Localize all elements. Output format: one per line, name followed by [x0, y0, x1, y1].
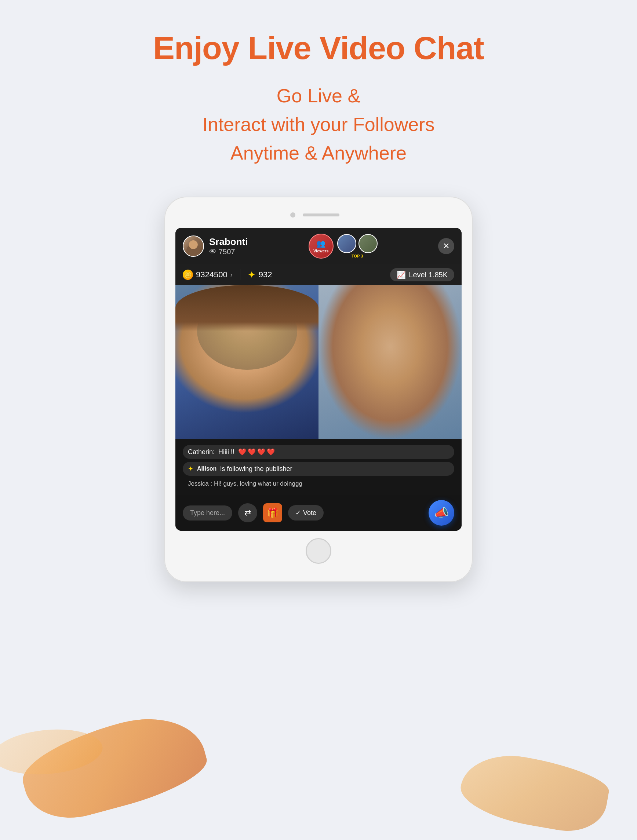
message1-text: Hiiii !!	[218, 448, 234, 456]
username-block: Srabonti 👁 7507	[209, 236, 248, 256]
share-button[interactable]: ⇄	[238, 503, 257, 522]
video-area	[175, 285, 462, 439]
megaphone-button[interactable]: 📣	[428, 500, 454, 526]
input-placeholder-text: Type here...	[190, 509, 225, 516]
top3-wrapper: TOP 3	[337, 234, 378, 258]
header-section: Enjoy Live Video Chat Go Live & Interact…	[0, 0, 637, 167]
gift-button[interactable]: 🎁	[263, 503, 282, 522]
video-right	[318, 285, 462, 439]
subtitle-line3: Anytime & Anywhere	[231, 142, 406, 164]
top3-label: TOP 3	[351, 254, 363, 258]
share-icon: ⇄	[244, 508, 251, 518]
tablet-screen: Srabonti 👁 7507 👥 Viewers	[175, 228, 462, 531]
follower-name: Allison	[197, 466, 217, 472]
megaphone-icon: 📣	[434, 506, 449, 520]
viewers-badge[interactable]: 👥 Viewers	[308, 234, 334, 259]
tablet-speaker	[303, 213, 340, 216]
header-center: 👥 Viewers TOP 3	[308, 234, 378, 259]
person-right-face	[318, 285, 462, 439]
message3-user: Jessica :	[188, 480, 212, 487]
person-left-face	[175, 285, 318, 439]
coins-value: 9324500	[196, 270, 228, 279]
screen-header: Srabonti 👁 7507 👥 Viewers	[175, 228, 462, 264]
tablet-camera	[290, 212, 296, 218]
message1-user: Catherin:	[188, 448, 215, 456]
chat-message-3: Jessica : Hi! guys, loving what ur doing…	[183, 479, 454, 489]
coin-icon: 🪙	[183, 270, 193, 280]
vote-label: Vote	[303, 509, 316, 517]
star-icon: ✦	[248, 269, 256, 281]
heart-2: ❤️	[248, 448, 256, 456]
level-badge[interactable]: 📈 Level 1.85K	[390, 268, 454, 281]
tablet-device: Srabonti 👁 7507 👥 Viewers	[161, 197, 476, 582]
viewers-badge-icon: 👥	[316, 239, 326, 248]
viewers-count: 👁 7507	[209, 248, 248, 256]
close-icon: ✕	[443, 242, 449, 251]
message3-text: Hi! guys, loving what ur doinggg	[214, 480, 302, 487]
avatar-image	[183, 236, 203, 256]
tablet-home-button[interactable]	[306, 538, 331, 564]
chat-hearts: ❤️ ❤️ ❤️ ❤️	[238, 448, 275, 456]
eye-icon: 👁	[209, 248, 217, 256]
subtitle: Go Live & Interact with your Followers A…	[0, 81, 637, 167]
bottom-bar: Type here... ⇄ 🎁 ✓ Vote 📣	[175, 495, 462, 531]
tablet-top-bar	[175, 208, 462, 222]
username-label: Srabonti	[209, 236, 248, 248]
viewers-badge-label: Viewers	[313, 249, 329, 253]
stats-bar: 🪙 9324500 › ✦ 932 📈 Level 1.85K	[175, 264, 462, 285]
vote-button[interactable]: ✓ Vote	[288, 505, 324, 521]
sparkle-icon: ✦	[188, 465, 193, 473]
top3-avatar-1[interactable]	[337, 234, 356, 253]
following-text: is following the publisher	[220, 465, 292, 473]
heart-4: ❤️	[267, 448, 275, 456]
tablet-outer-shell: Srabonti 👁 7507 👥 Viewers	[164, 197, 473, 582]
coins-stat[interactable]: 🪙 9324500 ›	[183, 270, 232, 280]
chat-overlay: Catherin: Hiiii !! ❤️ ❤️ ❤️ ❤️ ✦ Allison	[175, 439, 462, 495]
stat-separator	[240, 269, 240, 280]
subtitle-line1: Go Live &	[277, 85, 360, 106]
level-icon: 📈	[397, 270, 406, 279]
chat-message-1: Catherin: Hiiii !! ❤️ ❤️ ❤️ ❤️	[183, 445, 454, 459]
following-message: ✦ Allison is following the publisher	[183, 462, 454, 476]
top3-avatars	[337, 234, 378, 253]
stars-value: 932	[259, 270, 272, 279]
viewers-number: 7507	[219, 248, 235, 256]
close-button[interactable]: ✕	[438, 238, 454, 254]
chevron-icon: ›	[231, 271, 232, 279]
heart-1: ❤️	[238, 448, 246, 456]
video-left	[175, 285, 318, 439]
top3-avatar-2[interactable]	[359, 234, 378, 253]
level-value: Level 1.85K	[409, 271, 448, 279]
type-input[interactable]: Type here...	[183, 505, 232, 521]
gift-icon: 🎁	[267, 507, 278, 519]
main-title: Enjoy Live Video Chat	[0, 29, 637, 67]
stars-stat: ✦ 932	[248, 269, 272, 281]
brush-decoration-right	[456, 747, 612, 838]
user-info: Srabonti 👁 7507	[183, 235, 248, 257]
subtitle-line2: Interact with your Followers	[202, 114, 435, 135]
vote-checkmark-icon: ✓	[296, 509, 301, 517]
avatar	[183, 235, 204, 257]
heart-3: ❤️	[257, 448, 265, 456]
